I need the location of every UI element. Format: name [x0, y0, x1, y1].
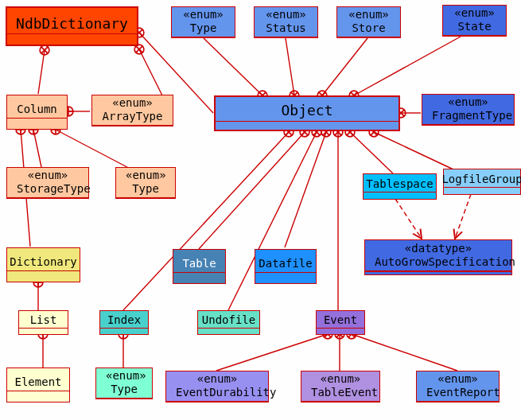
- enum-type-index: «enum»Type: [95, 368, 153, 399]
- enum-eventdurability: «enum»EventDurability: [165, 371, 269, 402]
- svg-line-23: [56, 130, 138, 173]
- class-undofile: Undofile: [197, 310, 260, 335]
- enum-state: «enum»State: [442, 5, 507, 37]
- class-index: Index: [99, 310, 149, 335]
- enum-arraytype: «enum»ArrayType: [91, 95, 173, 126]
- class-ndbdictionary: NdbDictionary: [6, 6, 138, 46]
- enum-status: «enum»Status: [254, 6, 318, 38]
- svg-line-16: [285, 132, 326, 247]
- class-column: Column: [6, 95, 68, 130]
- class-list: List: [18, 310, 68, 335]
- class-table: Table: [173, 249, 226, 284]
- class-tablespace: Tablespace: [363, 173, 437, 200]
- class-datafile: Datafile: [255, 249, 317, 284]
- enum-storagetype: «enum»StorageType: [6, 167, 89, 199]
- enum-tableevent: «enum»TableEvent: [301, 371, 380, 402]
- enum-type-top: «enum»Type: [171, 6, 235, 38]
- enum-eventreport: «enum»EventReport: [416, 371, 500, 402]
- class-event: Event: [316, 310, 365, 335]
- svg-line-31: [395, 199, 422, 239]
- diagram-connectors: [0, 0, 521, 420]
- svg-line-22: [33, 130, 41, 167]
- class-logfilegroup: LogfileGroup: [443, 169, 521, 195]
- class-element: Element: [6, 368, 70, 402]
- svg-line-32: [455, 194, 471, 239]
- svg-line-7: [38, 50, 45, 94]
- svg-line-17: [199, 132, 305, 249]
- svg-line-9: [204, 38, 262, 95]
- svg-line-12: [354, 37, 461, 95]
- class-object: Object: [214, 95, 400, 131]
- svg-line-10: [286, 38, 294, 95]
- svg-line-14: [374, 132, 453, 169]
- class-dictionary: Dictionary: [6, 247, 80, 282]
- svg-line-28: [216, 334, 328, 371]
- svg-line-30: [352, 334, 457, 371]
- class-label: NdbDictionary: [11, 14, 133, 34]
- enum-type-column: «enum»Type: [115, 167, 176, 199]
- datatype-autogrow: «datatype»AutoGrowSpecification: [364, 239, 512, 275]
- enum-fragmenttype: «enum»FragmentType: [422, 94, 515, 126]
- svg-line-11: [322, 38, 367, 95]
- enum-store: «enum»Store: [336, 6, 401, 38]
